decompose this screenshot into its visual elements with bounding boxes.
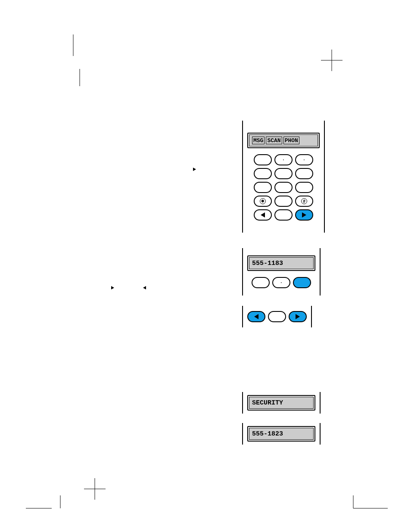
panel-display-2: 555-1183 · xyxy=(242,248,321,296)
key-4[interactable] xyxy=(254,168,272,179)
panel-divider xyxy=(311,306,312,327)
crop-mark-tl xyxy=(56,34,99,86)
key-right-blue[interactable] xyxy=(293,277,311,288)
key-right[interactable] xyxy=(295,209,313,221)
panel-display-security: SECURITY xyxy=(242,392,321,414)
key-3[interactable]: · xyxy=(295,154,313,165)
key-dot-icon: · xyxy=(281,280,282,285)
key-pound[interactable]: # xyxy=(295,196,313,207)
star-icon: ✱ xyxy=(260,198,266,204)
lcd-tab-phon: PHON xyxy=(283,137,299,144)
arrow-left-icon xyxy=(143,286,146,289)
pound-icon: # xyxy=(301,198,307,204)
panel-divider xyxy=(320,392,321,414)
lcd-tab-scan: SCAN xyxy=(266,137,282,144)
key-5[interactable] xyxy=(274,168,293,179)
key-dot-icon: · xyxy=(283,158,284,162)
panel-display-4: 555-1823 xyxy=(242,423,321,445)
lcd-display-top: MSG SCAN PHON xyxy=(247,133,320,148)
lcd-text-security: SECURITY xyxy=(252,399,283,407)
key-blank-mid[interactable]: · xyxy=(272,277,290,288)
arrow-right-icon xyxy=(296,314,300,319)
document-page: MSG SCAN PHON · · xyxy=(0,0,411,532)
lcd-text-2: 555-1183 xyxy=(252,260,283,267)
lcd-tab-msg: MSG xyxy=(252,137,265,144)
key-center[interactable] xyxy=(274,209,293,221)
lcd-display-security: SECURITY xyxy=(247,395,315,411)
key-nav-left[interactable] xyxy=(247,311,265,322)
crop-mark-tr xyxy=(319,50,345,75)
arrow-left-icon xyxy=(254,314,258,319)
key-nav-center[interactable] xyxy=(268,311,286,322)
lcd-display-4: 555-1823 xyxy=(247,426,315,442)
panel-divider xyxy=(324,121,325,233)
lcd-text-4: 555-1823 xyxy=(252,430,283,438)
key-dot-icon: · xyxy=(304,158,305,162)
key-8[interactable] xyxy=(274,182,293,193)
key-blank-left[interactable] xyxy=(252,277,270,288)
lcd-display-2: 555-1183 xyxy=(247,255,315,271)
key-1[interactable] xyxy=(254,154,272,165)
key-left[interactable] xyxy=(254,209,272,221)
arrow-right-icon xyxy=(302,212,306,218)
panel-keypad: MSG SCAN PHON · · xyxy=(242,121,325,233)
crop-mark-br xyxy=(336,495,388,517)
key-nav-right[interactable] xyxy=(289,311,307,322)
key-star[interactable]: ✱ xyxy=(254,196,272,207)
panel-nav-arrows xyxy=(242,306,312,327)
crop-mark-bl-plus xyxy=(73,478,112,504)
key-7[interactable] xyxy=(254,182,272,193)
arrow-right-icon xyxy=(111,286,114,289)
panel-divider xyxy=(320,248,321,296)
key-0[interactable] xyxy=(274,196,293,207)
phone-keypad: · · ✱ # xyxy=(254,154,313,221)
key-6[interactable] xyxy=(295,168,313,179)
key-9[interactable] xyxy=(295,182,313,193)
key-2[interactable]: · xyxy=(274,154,293,165)
panel-divider xyxy=(320,423,321,445)
arrow-right-icon xyxy=(193,168,196,171)
arrow-left-icon xyxy=(261,212,265,218)
crop-mark-bl xyxy=(26,495,78,517)
